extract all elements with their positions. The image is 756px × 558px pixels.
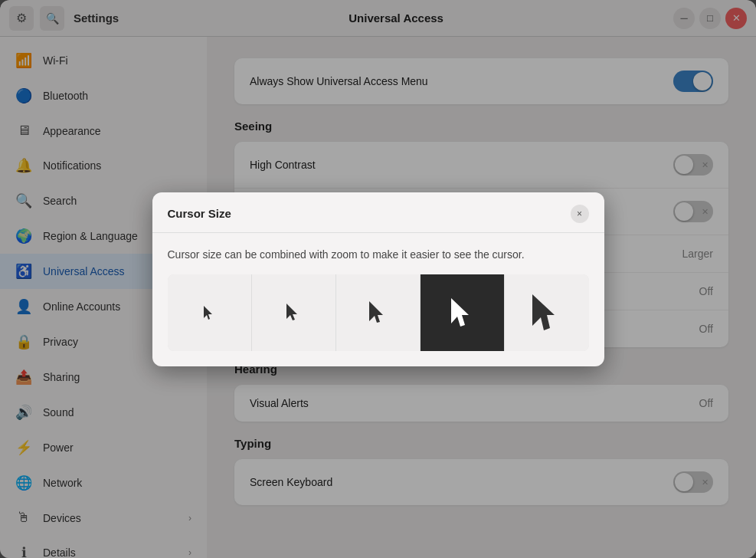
cursor-size-md[interactable]: [336, 274, 421, 351]
dialog-overlay[interactable]: Cursor Size × Cursor size can be combine…: [0, 0, 756, 558]
cursor-size-xs[interactable]: [168, 274, 252, 351]
cursor-size-xl[interactable]: [505, 274, 588, 351]
cursor-lg-icon: [449, 296, 476, 330]
dialog-close-button[interactable]: ×: [571, 205, 589, 223]
svg-marker-1: [286, 304, 297, 320]
cursor-size-options: [168, 274, 589, 351]
cursor-size-sm[interactable]: [252, 274, 336, 351]
cursor-sm-icon: [285, 302, 302, 323]
cursor-xl-icon: [530, 292, 564, 333]
svg-marker-4: [532, 294, 555, 330]
cursor-xs-icon: [202, 304, 216, 321]
dialog-description: Cursor size can be combined with zoom to…: [168, 248, 589, 261]
cursor-size-dialog: Cursor Size × Cursor size can be combine…: [152, 192, 604, 366]
dialog-body: Cursor size can be combined with zoom to…: [152, 233, 604, 366]
dialog-header: Cursor Size ×: [152, 192, 604, 233]
svg-marker-2: [369, 301, 383, 323]
svg-marker-0: [204, 306, 212, 320]
dialog-title: Cursor Size: [168, 207, 231, 220]
cursor-size-lg[interactable]: [421, 274, 505, 351]
svg-marker-3: [451, 298, 469, 327]
cursor-md-icon: [368, 300, 389, 326]
